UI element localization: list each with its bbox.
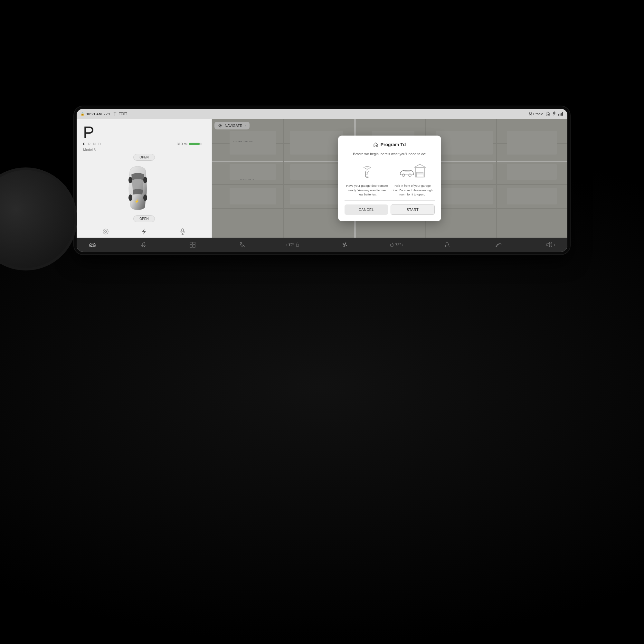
svg-rect-38	[193, 245, 195, 247]
modal-header: Program Td	[345, 142, 435, 147]
status-time: 10:21 AM	[86, 112, 102, 116]
svg-rect-35	[190, 242, 192, 244]
open-frunk-button[interactable]: OPEN	[133, 215, 155, 222]
range-value: 310 mi	[177, 142, 187, 146]
taskbar-wiper-icon	[495, 242, 502, 247]
person-icon	[529, 112, 532, 116]
volume-chevron-right: ›	[554, 243, 555, 247]
modal-overlay: Program Td Before we begin, here's what …	[212, 119, 567, 238]
svg-rect-22	[367, 176, 368, 176]
gear-p[interactable]: P	[83, 142, 85, 146]
temp-right-increase[interactable]: ›	[402, 243, 403, 247]
battery-bar	[189, 143, 202, 145]
svg-point-8	[143, 194, 147, 201]
temp-right-value: 72°	[395, 242, 401, 247]
bluetooth-icon[interactable]	[553, 111, 556, 116]
taskbar-volume-icon	[546, 242, 553, 247]
taskbar-wiper[interactable]	[493, 241, 505, 249]
svg-rect-37	[190, 245, 192, 247]
taskbar-fan[interactable]	[339, 240, 351, 249]
program-garage-modal: Program Td Before we begin, here's what …	[338, 136, 441, 221]
svg-point-40	[344, 244, 346, 245]
microphone-icon[interactable]	[177, 226, 188, 237]
svg-rect-24	[417, 172, 423, 177]
seat-heat-right-icon	[389, 242, 394, 247]
taskbar-car-icon	[89, 242, 96, 247]
bottom-controls	[80, 224, 208, 238]
status-left: 🔒 10:21 AM 72°F TEST	[81, 112, 127, 116]
svg-rect-4	[562, 112, 563, 116]
remote-instruction-text: Have your garage door remote ready. You …	[346, 184, 388, 196]
open-trunk-button[interactable]: OPEN	[133, 154, 155, 161]
taskbar-fan-icon	[342, 241, 348, 248]
svg-rect-41	[391, 244, 393, 246]
tesla-logo-icon	[113, 112, 117, 116]
instruction-garage: Park in front of your garage door. Be su…	[391, 162, 433, 196]
svg-rect-39	[296, 244, 299, 246]
scene: 🔒 10:21 AM 72°F TEST	[0, 0, 644, 644]
svg-point-28	[402, 174, 405, 176]
gear-r[interactable]: R	[88, 142, 90, 146]
taskbar-car[interactable]	[86, 241, 99, 249]
taskbar-apps[interactable]	[187, 241, 198, 249]
signal-strength-icon	[558, 112, 563, 116]
gear-d[interactable]: D	[98, 142, 101, 146]
taskbar-apps-icon	[190, 242, 195, 248]
svg-rect-3	[561, 113, 562, 116]
start-button[interactable]: START	[391, 204, 435, 215]
home-icon[interactable]	[546, 111, 550, 116]
status-bar: 🔒 10:21 AM 72°F TEST	[77, 109, 567, 119]
taskbar-temp-left[interactable]: ‹ 72°	[286, 242, 300, 247]
svg-text:⚡: ⚡	[134, 199, 139, 204]
park-indicator: P	[80, 122, 208, 141]
svg-rect-19	[366, 175, 367, 175]
temp-left-decrease[interactable]: ‹	[286, 243, 287, 247]
status-test-tag: TEST	[119, 112, 127, 116]
dashboard-background	[0, 0, 644, 644]
garage-instruction-text: Park in front of your garage door. Be su…	[391, 184, 433, 196]
svg-rect-13	[182, 229, 184, 232]
car-display: OPEN	[80, 152, 208, 224]
status-right: Profile	[529, 111, 563, 116]
model-name: Model 3	[80, 147, 208, 152]
climate-icon[interactable]	[100, 226, 111, 237]
remote-icon	[358, 162, 376, 181]
svg-point-5	[128, 177, 132, 183]
taskbar-phone[interactable]	[237, 241, 247, 249]
left-panel: P P R N D 310 mi Mod	[77, 119, 212, 238]
modal-divider	[345, 200, 435, 201]
temp-left-value: 72°	[289, 242, 294, 247]
profile-label: Profile	[533, 112, 543, 116]
seat-heat-left-icon	[296, 242, 300, 247]
svg-point-42	[496, 246, 497, 247]
svg-point-0	[529, 112, 531, 114]
taskbar-seat[interactable]	[442, 241, 454, 249]
taskbar-temp-right[interactable]: 72° ›	[389, 242, 403, 247]
main-area: P P R N D 310 mi Mod	[77, 119, 567, 238]
car-image: ⚡	[122, 162, 167, 214]
taskbar-music-icon	[140, 242, 146, 248]
taskbar-volume[interactable]: ›	[544, 241, 558, 249]
screen-display: 🔒 10:21 AM 72°F TEST	[77, 109, 567, 252]
cancel-button[interactable]: CANCEL	[345, 204, 388, 215]
map-panel: CULVER GARDEN PLAYA VISTA Loyola Marymou…	[212, 119, 567, 238]
profile-button[interactable]: Profile	[529, 112, 543, 116]
gear-selector: P R N D 310 mi	[80, 141, 208, 147]
instruction-remote: Have your garage door remote ready. You …	[346, 162, 388, 196]
svg-rect-21	[366, 176, 367, 176]
car-top-view-icon: ⚡	[122, 162, 154, 214]
gear-n[interactable]: N	[93, 142, 96, 146]
battery-fill	[189, 143, 200, 145]
modal-title: Program Td	[381, 142, 406, 147]
taskbar-seat-icon	[445, 242, 451, 248]
modal-home-icon	[374, 142, 378, 147]
taskbar-phone-icon	[240, 242, 245, 248]
svg-point-18	[366, 172, 368, 174]
charge-icon[interactable]	[139, 226, 149, 237]
svg-point-6	[143, 177, 147, 183]
modal-subtitle: Before we begin, here's what you'll need…	[345, 152, 435, 156]
status-temperature: 72°F	[104, 112, 111, 116]
taskbar: ‹ 72°	[77, 238, 567, 252]
svg-point-12	[105, 231, 107, 232]
taskbar-music[interactable]	[137, 241, 148, 249]
